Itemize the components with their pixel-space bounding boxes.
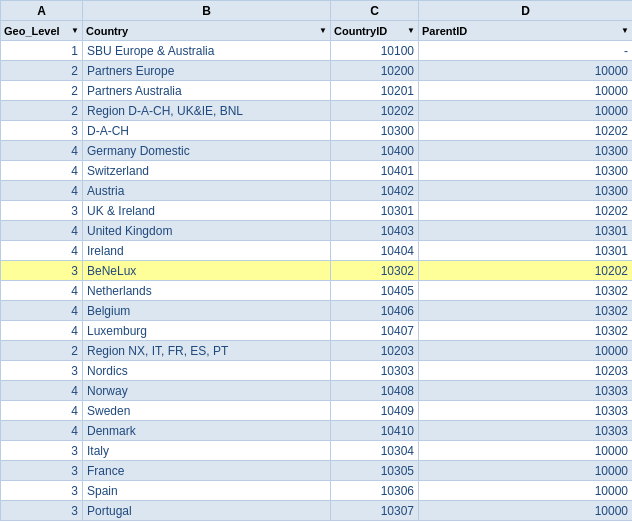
filter-parent-id-arrow: ▼ (621, 26, 629, 35)
table-row: 3BeNeLux1030210202 (1, 261, 633, 281)
table-row: 3D-A-CH1030010202 (1, 121, 633, 141)
cell-geo-level: 4 (1, 421, 83, 441)
cell-country-id: 10300 (331, 121, 419, 141)
cell-country-id: 10307 (331, 501, 419, 521)
cell-geo-level: 4 (1, 141, 83, 161)
filter-country-label: Country (86, 25, 128, 37)
cell-parent-id: 10000 (419, 501, 633, 521)
cell-country-id: 10402 (331, 181, 419, 201)
cell-parent-id: 10000 (419, 61, 633, 81)
table-row: 2Partners Australia1020110000 (1, 81, 633, 101)
col-d-header: D (419, 1, 633, 21)
cell-country-id: 10201 (331, 81, 419, 101)
table-row: 3Spain1030610000 (1, 481, 633, 501)
cell-country: United Kingdom (83, 221, 331, 241)
cell-parent-id: 10301 (419, 221, 633, 241)
cell-country: Luxemburg (83, 321, 331, 341)
cell-parent-id: 10303 (419, 381, 633, 401)
cell-country: Germany Domestic (83, 141, 331, 161)
cell-country: France (83, 461, 331, 481)
col-a-header: A (1, 1, 83, 21)
table-row: 4Luxemburg1040710302 (1, 321, 633, 341)
cell-geo-level: 3 (1, 121, 83, 141)
cell-country-id: 10403 (331, 221, 419, 241)
cell-country-id: 10100 (331, 41, 419, 61)
table-row: 4Ireland1040410301 (1, 241, 633, 261)
cell-geo-level: 4 (1, 221, 83, 241)
table-row: 4Netherlands1040510302 (1, 281, 633, 301)
cell-country-id: 10302 (331, 261, 419, 281)
cell-parent-id: 10303 (419, 421, 633, 441)
table-row: 2Region NX, IT, FR, ES, PT1020310000 (1, 341, 633, 361)
cell-country: Region NX, IT, FR, ES, PT (83, 341, 331, 361)
cell-country: Spain (83, 481, 331, 501)
table-row: 4Belgium1040610302 (1, 301, 633, 321)
cell-country: Denmark (83, 421, 331, 441)
cell-geo-level: 3 (1, 501, 83, 521)
table-row: 3Italy1030410000 (1, 441, 633, 461)
cell-country: Sweden (83, 401, 331, 421)
cell-geo-level: 4 (1, 301, 83, 321)
cell-country-id: 10203 (331, 341, 419, 361)
cell-parent-id: 10202 (419, 261, 633, 281)
cell-country: Nordics (83, 361, 331, 381)
table-row: 3UK & Ireland1030110202 (1, 201, 633, 221)
cell-parent-id: 10000 (419, 441, 633, 461)
table-row: 4Switzerland1040110300 (1, 161, 633, 181)
cell-country-id: 10405 (331, 281, 419, 301)
cell-country: Region D-A-CH, UK&IE, BNL (83, 101, 331, 121)
cell-country-id: 10304 (331, 441, 419, 461)
col-c-header: C (331, 1, 419, 21)
cell-country-id: 10409 (331, 401, 419, 421)
cell-country: BeNeLux (83, 261, 331, 281)
table-row: 3France1030510000 (1, 461, 633, 481)
cell-geo-level: 4 (1, 181, 83, 201)
cell-geo-level: 4 (1, 381, 83, 401)
cell-country: Norway (83, 381, 331, 401)
table-row: 2Region D-A-CH, UK&IE, BNL1020210000 (1, 101, 633, 121)
cell-parent-id: 10302 (419, 301, 633, 321)
cell-parent-id: 10303 (419, 401, 633, 421)
cell-geo-level: 4 (1, 281, 83, 301)
cell-parent-id: 10300 (419, 181, 633, 201)
cell-geo-level: 4 (1, 161, 83, 181)
filter-country-arrow: ▼ (319, 26, 327, 35)
cell-geo-level: 2 (1, 101, 83, 121)
filter-country-id-arrow: ▼ (407, 26, 415, 35)
cell-country: UK & Ireland (83, 201, 331, 221)
filter-country[interactable]: Country ▼ (83, 21, 331, 41)
cell-geo-level: 4 (1, 401, 83, 421)
cell-geo-level: 2 (1, 61, 83, 81)
cell-geo-level: 1 (1, 41, 83, 61)
cell-parent-id: 10300 (419, 161, 633, 181)
table-row: 4Germany Domestic1040010300 (1, 141, 633, 161)
cell-country: Switzerland (83, 161, 331, 181)
filter-parent-id[interactable]: ParentID ▼ (419, 21, 633, 41)
cell-country: Portugal (83, 501, 331, 521)
cell-geo-level: 2 (1, 81, 83, 101)
cell-parent-id: 10300 (419, 141, 633, 161)
table-row: 3Portugal1030710000 (1, 501, 633, 521)
cell-parent-id: 10000 (419, 81, 633, 101)
cell-geo-level: 3 (1, 441, 83, 461)
cell-parent-id: 10202 (419, 121, 633, 141)
cell-parent-id: 10000 (419, 341, 633, 361)
cell-country: Belgium (83, 301, 331, 321)
cell-geo-level: 4 (1, 241, 83, 261)
table-row: 4Denmark1041010303 (1, 421, 633, 441)
cell-parent-id: 10202 (419, 201, 633, 221)
cell-country: Netherlands (83, 281, 331, 301)
cell-country-id: 10400 (331, 141, 419, 161)
filter-geo-level-arrow: ▼ (71, 26, 79, 35)
table-row: 2Partners Europe1020010000 (1, 61, 633, 81)
cell-country-id: 10410 (331, 421, 419, 441)
cell-country-id: 10200 (331, 61, 419, 81)
cell-country: SBU Europe & Australia (83, 41, 331, 61)
filter-parent-id-label: ParentID (422, 25, 467, 37)
filter-geo-level[interactable]: Geo_Level ▼ (1, 21, 83, 41)
spreadsheet-table: A B C D Geo_Level ▼ Country ▼ CountryID (0, 0, 632, 521)
filter-country-id-label: CountryID (334, 25, 387, 37)
cell-country: Ireland (83, 241, 331, 261)
filter-country-id[interactable]: CountryID ▼ (331, 21, 419, 41)
col-b-header: B (83, 1, 331, 21)
